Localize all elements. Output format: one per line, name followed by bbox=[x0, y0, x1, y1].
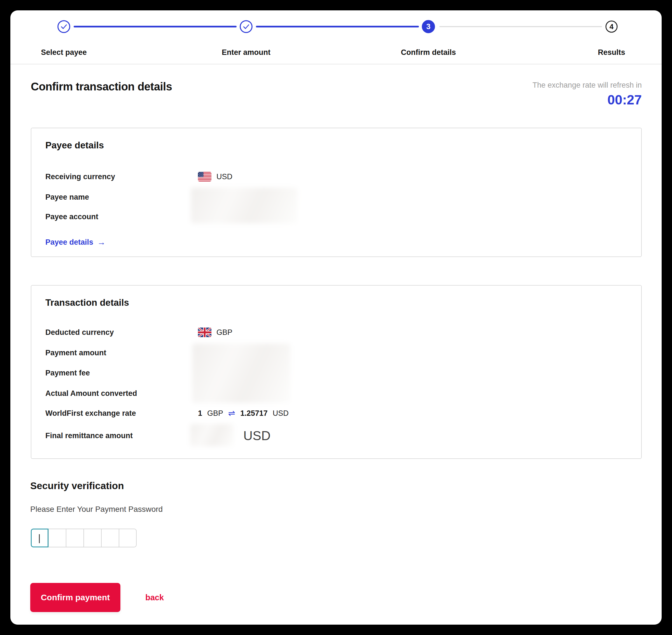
actual-amount-converted-row: Actual Amount converted bbox=[45, 386, 630, 400]
text-caret bbox=[39, 534, 40, 543]
password-cell-1[interactable] bbox=[31, 529, 48, 547]
deducted-currency-row: Deducted currency bbox=[45, 325, 630, 340]
transaction-card-title: Transaction details bbox=[45, 297, 129, 308]
rate-refresh-note: The exchange rate will refresh in bbox=[533, 81, 642, 90]
step-3-label: Confirm details bbox=[381, 48, 476, 57]
payee-details-card: Payee details Receiving currency bbox=[31, 128, 642, 257]
step-3-circle: 3 bbox=[422, 20, 435, 33]
password-cell-5[interactable] bbox=[101, 529, 119, 547]
receiving-currency-row: Receiving currency bbox=[45, 170, 630, 184]
check-icon bbox=[240, 20, 253, 33]
step-2-circle bbox=[240, 20, 253, 33]
rate-countdown-timer: 00:27 bbox=[607, 92, 642, 108]
step-4-circle: 4 bbox=[606, 21, 618, 33]
step-3-number: 3 bbox=[426, 22, 430, 31]
payee-card-title: Payee details bbox=[45, 140, 104, 151]
final-remittance-label: Final remittance amount bbox=[45, 432, 198, 440]
password-cell-4[interactable] bbox=[84, 529, 101, 547]
payment-amount-row: Payment amount bbox=[45, 346, 630, 360]
final-remittance-currency: USD bbox=[243, 428, 270, 443]
final-remittance-row: Final remittance amount USD bbox=[45, 424, 630, 447]
step-4-label: Results bbox=[564, 48, 659, 57]
arrow-right-icon: → bbox=[97, 237, 106, 247]
exchange-arrows-icon: ⇌ bbox=[228, 409, 235, 417]
payee-account-label: Payee account bbox=[45, 213, 198, 221]
actual-amount-converted-label: Actual Amount converted bbox=[45, 389, 198, 398]
app-window: Select payee Enter amount 3 Confirm deta… bbox=[10, 10, 662, 625]
stepper-connector-3-4 bbox=[439, 26, 602, 27]
rate-value: 1.25717 bbox=[240, 409, 268, 418]
step-1-circle bbox=[58, 20, 70, 33]
rate-quote-currency: USD bbox=[273, 409, 289, 418]
gb-flag-icon bbox=[198, 328, 211, 337]
stepper-connector-1-2 bbox=[74, 26, 237, 27]
deducted-currency-label: Deducted currency bbox=[45, 328, 198, 337]
payee-details-link[interactable]: Payee details → bbox=[45, 235, 106, 249]
back-link[interactable]: back bbox=[138, 583, 171, 612]
redacted-transaction-values bbox=[192, 344, 290, 403]
exchange-rate-label: WorldFirst exchange rate bbox=[45, 409, 198, 418]
password-cell-6[interactable] bbox=[119, 529, 137, 547]
receiving-currency-value: USD bbox=[216, 173, 232, 181]
payee-name-row: Payee name bbox=[45, 190, 630, 204]
stepper-connector-2-3 bbox=[256, 26, 419, 27]
payee-account-row: Payee account bbox=[45, 210, 630, 224]
step-1-label: Select payee bbox=[16, 48, 111, 57]
payment-fee-row: Payment fee bbox=[45, 366, 630, 380]
step-2-label: Enter amount bbox=[198, 48, 294, 57]
confirm-payment-button[interactable]: Confirm payment bbox=[30, 583, 121, 612]
transaction-details-card: Transaction details Deducted currency bbox=[31, 285, 642, 459]
security-section-title: Security verification bbox=[30, 480, 124, 491]
redacted-payee-values bbox=[191, 188, 297, 223]
password-cell-2[interactable] bbox=[48, 529, 66, 547]
payment-password-input bbox=[31, 529, 137, 547]
us-flag-icon bbox=[198, 172, 211, 181]
check-icon bbox=[58, 20, 70, 33]
rate-base-amount: 1 bbox=[198, 409, 202, 418]
password-cell-3[interactable] bbox=[66, 529, 84, 547]
exchange-rate-row: WorldFirst exchange rate 1 GBP ⇌ 1.25717… bbox=[45, 406, 630, 420]
payee-name-label: Payee name bbox=[45, 193, 198, 202]
rate-base-currency: GBP bbox=[207, 409, 223, 418]
payment-fee-label: Payment fee bbox=[45, 369, 198, 377]
redacted-final-amount bbox=[190, 424, 234, 446]
step-4-number: 4 bbox=[610, 22, 613, 31]
page-title: Confirm transaction details bbox=[31, 80, 172, 93]
payee-details-link-label: Payee details bbox=[45, 238, 93, 247]
progress-stepper: Select payee Enter amount 3 Confirm deta… bbox=[10, 10, 662, 64]
payment-amount-label: Payment amount bbox=[45, 349, 198, 357]
deducted-currency-value: GBP bbox=[216, 328, 232, 337]
password-prompt: Please Enter Your Payment Password bbox=[30, 505, 163, 514]
receiving-currency-label: Receiving currency bbox=[45, 173, 198, 181]
